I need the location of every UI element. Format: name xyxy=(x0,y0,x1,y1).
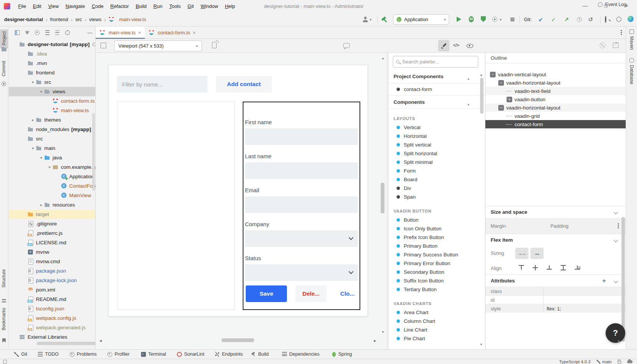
profiler-button[interactable] xyxy=(492,17,498,22)
scroll-right-icon[interactable]: ▶ xyxy=(374,339,376,342)
bookmark-icon[interactable] xyxy=(2,338,6,342)
toolwindow-button[interactable]: Profiler xyxy=(107,350,130,359)
palette-search[interactable] xyxy=(393,56,478,68)
tree-row[interactable]: External Libraries xyxy=(9,332,95,342)
flex-item-header[interactable]: Flex Item xyxy=(485,234,626,246)
lock-icon[interactable] xyxy=(618,361,621,364)
palette-row[interactable]: Components xyxy=(388,95,485,109)
palette-row[interactable]: Line Chart xyxy=(388,325,485,334)
toolwindow-button[interactable]: SonarLint xyxy=(177,350,205,359)
tree-chevron-icon[interactable]: ▾ xyxy=(46,165,53,169)
plugin-ball-icon[interactable] xyxy=(628,16,634,22)
select-opened-file-icon[interactable] xyxy=(15,30,20,35)
breadcrumb-item[interactable]: views xyxy=(89,17,102,22)
tree-row[interactable]: tsconfig.json xyxy=(9,304,95,313)
tree-row[interactable]: ▾ java xyxy=(9,153,95,162)
palette-row[interactable]: VAADIN CHARTS xyxy=(388,294,485,308)
rotate-viewport-icon[interactable] xyxy=(212,42,217,48)
git-update-button[interactable]: ↙ xyxy=(538,16,543,23)
palette-row[interactable]: Prefix Icon Button xyxy=(388,233,485,242)
toolwindow-button[interactable]: TODO xyxy=(38,350,59,359)
help-button[interactable]: ? xyxy=(606,323,625,343)
contacts-grid[interactable] xyxy=(118,102,235,310)
tree-row[interactable]: ▾ com.example.applica xyxy=(9,162,95,172)
git-push-button[interactable]: ↗ xyxy=(564,16,569,23)
tree-row[interactable]: MainView xyxy=(9,191,95,200)
canvas-vertical-scrollbar[interactable] xyxy=(381,183,384,213)
palette-search-input[interactable] xyxy=(402,59,475,65)
tree-chevron-icon[interactable]: ▾ xyxy=(30,146,36,150)
tree-row[interactable]: .gitignore xyxy=(9,219,95,228)
user-dropdown-icon[interactable]: ▾ xyxy=(370,18,372,22)
align-stretch-icon[interactable] xyxy=(560,265,567,271)
maven-icon[interactable] xyxy=(629,29,634,34)
tree-row[interactable]: ContactForm xyxy=(9,181,95,191)
palette-row[interactable]: Area Chart xyxy=(388,308,485,317)
palette-row[interactable]: Horizontal xyxy=(388,132,485,140)
add-contact-button[interactable]: Add contact xyxy=(216,76,272,93)
palette-row[interactable]: Column Chart xyxy=(388,317,485,325)
breadcrumb-item[interactable]: designer-tutorial xyxy=(4,17,43,22)
form-field-input[interactable] xyxy=(245,264,358,281)
tree-row[interactable]: Application xyxy=(9,172,95,181)
view-options-icon[interactable] xyxy=(25,32,29,34)
chevron-down-icon[interactable] xyxy=(614,238,618,242)
palette-row[interactable]: VAADIN BUTTON xyxy=(388,201,485,216)
outline-node[interactable]: vaadin-text-field xyxy=(485,87,626,95)
sidebar-item-maven[interactable]: Maven xyxy=(629,36,634,50)
palette-scroll-up-icon[interactable]: ▲ xyxy=(480,73,483,77)
locate-icon[interactable] xyxy=(35,30,40,35)
menu-item[interactable]: File xyxy=(15,2,29,10)
tree-row[interactable]: main-view.ts xyxy=(9,106,95,115)
palette-row[interactable]: Suffix Icon Button xyxy=(388,276,485,285)
language-version[interactable]: TypeScript 4.0.3 xyxy=(559,359,591,364)
run-configuration-select[interactable]: Application ▾ xyxy=(393,14,449,25)
toolwindow-button[interactable]: Dependencies xyxy=(282,350,319,359)
palette-row[interactable]: Primary Error Button xyxy=(388,259,485,268)
align-baseline-box-icon[interactable] xyxy=(573,265,581,271)
form-field-input[interactable] xyxy=(245,230,358,247)
outline-node[interactable]: vaadin-horizontal-layout xyxy=(485,103,626,112)
tree-row[interactable]: .mvn xyxy=(9,59,95,68)
more-options-icon[interactable] xyxy=(618,223,619,228)
palette-row[interactable]: Split vertical xyxy=(388,140,485,149)
tree-chevron-icon[interactable]: ▾ xyxy=(38,89,44,94)
hide-panel-icon[interactable]: — xyxy=(87,30,92,35)
profiler-dropdown-icon[interactable]: ▾ xyxy=(500,18,502,22)
project-vertical-scrollbar[interactable] xyxy=(92,113,95,191)
tree-chevron-icon[interactable]: ▾ xyxy=(38,156,44,160)
menu-item[interactable]: Build xyxy=(132,2,150,10)
feedback-bubble-icon[interactable] xyxy=(343,43,350,48)
project-horizontal-scrollbar[interactable] xyxy=(37,342,96,345)
palette-scroll-down-icon[interactable]: ▼ xyxy=(480,343,483,346)
build-hammer-icon[interactable] xyxy=(381,17,387,23)
expand-all-icon[interactable] xyxy=(45,30,50,35)
form-field-input[interactable] xyxy=(245,196,358,213)
palette-row[interactable]: Board xyxy=(388,175,485,184)
sidebar-item-structure[interactable]: Structure xyxy=(1,269,6,288)
commit-icon[interactable] xyxy=(2,82,6,86)
scroll-up-icon[interactable]: ▲ xyxy=(381,57,384,60)
tree-row[interactable]: README.md xyxy=(9,295,95,304)
menu-item[interactable]: Edit xyxy=(29,2,45,10)
toolwindow-button[interactable]: Terminal xyxy=(141,350,166,359)
palette-row[interactable]: Icon Only Button xyxy=(388,224,485,233)
attribute-row[interactable]: class xyxy=(485,287,626,295)
scroll-down-icon[interactable]: ▼ xyxy=(381,330,384,334)
tree-row[interactable]: .idea xyxy=(9,49,95,59)
palette-scrollbar[interactable] xyxy=(480,78,484,114)
canvas-horizontal-scrollbar[interactable] xyxy=(222,338,254,342)
node-toggle-icon[interactable] xyxy=(507,113,512,119)
tree-chevron-icon[interactable]: ▸ xyxy=(30,118,36,122)
scroll-left-icon[interactable]: ◀ xyxy=(99,339,102,342)
size-space-header[interactable]: Size and space xyxy=(485,206,626,218)
palette-row[interactable]: Pie Chart xyxy=(388,334,485,343)
collapse-all-icon[interactable] xyxy=(55,30,59,35)
editor-tab[interactable]: contact-form.ts × xyxy=(145,26,200,39)
sidebar-item-commit[interactable]: Commit xyxy=(1,61,6,76)
database-icon[interactable] xyxy=(629,58,634,63)
tree-row[interactable]: LICENSE.md xyxy=(9,238,95,247)
palette-row[interactable]: Tertiary Button xyxy=(388,285,485,294)
node-toggle-icon[interactable] xyxy=(507,88,512,94)
form-field-input[interactable] xyxy=(245,128,358,145)
